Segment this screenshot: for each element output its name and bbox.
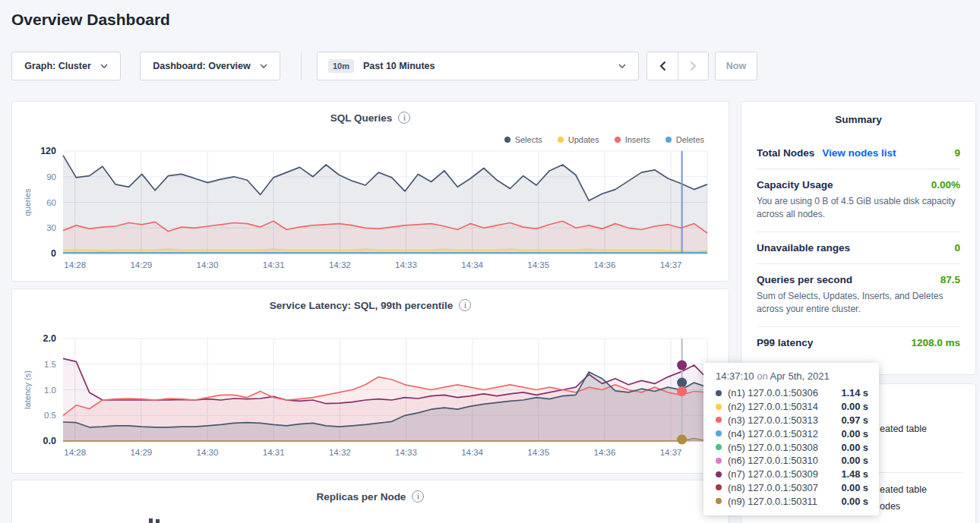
node-latency-value: 0.00 s: [841, 442, 868, 453]
node-latency-value: 0.00 s: [841, 482, 868, 493]
svg-text:14:35: 14:35: [527, 448, 549, 457]
service-latency-chart[interactable]: 0.00.51.01.52.014:2814:2914:3014:3114:32…: [12, 289, 730, 474]
tooltip-timestamp: 14:37:10 on Apr 5th, 2021: [716, 370, 868, 382]
graph-dropdown[interactable]: Graph: Cluster: [11, 52, 121, 80]
node-series-dot: [716, 430, 722, 436]
summary-title: Summary: [741, 114, 975, 125]
chevron-right-icon: [690, 61, 697, 71]
node-address: (n5) 127.0.0.1:50308: [728, 442, 818, 453]
tooltip-node-row: (n4) 127.0.0.1:503120.00 s: [716, 427, 868, 440]
summary-stat-row: Capacity Usage0.00%You are using 0 B of …: [757, 169, 960, 232]
stat-value: 0: [954, 242, 960, 254]
svg-text:14:31: 14:31: [263, 448, 285, 457]
summary-stat-row: Queries per second87.5Sum of Selects, Up…: [757, 263, 960, 326]
svg-text:14:31: 14:31: [263, 260, 285, 269]
tooltip-node-row: (n2) 127.0.0.1:503140.00 s: [716, 400, 868, 414]
svg-text:14:29: 14:29: [130, 260, 152, 269]
info-icon[interactable]: i: [412, 490, 424, 503]
tooltip-node-row: (n1) 127.0.0.1:503061.14 s: [716, 386, 868, 400]
svg-text:0: 0: [51, 248, 56, 259]
node-address: (n1) 127.0.0.1:50306: [728, 387, 818, 399]
replicas-per-node-title: Replicas per Node i: [12, 490, 729, 503]
sql-queries-chart[interactable]: 030609012014:2814:2914:3014:3114:3214:33…: [12, 102, 730, 282]
node-address: (n6) 127.0.0.1:50310: [728, 455, 818, 466]
tooltip-node-row: (n3) 127.0.0.1:503130.97 s: [716, 414, 868, 427]
node-series-dot: [716, 498, 722, 504]
time-range-dropdown[interactable]: 10m Past 10 Minutes: [317, 52, 639, 80]
toolbar-divider: [301, 52, 302, 80]
tooltip-node-row: (n5) 127.0.0.1:503080.00 s: [716, 440, 868, 454]
svg-text:14:34: 14:34: [461, 448, 483, 457]
svg-text:14:32: 14:32: [329, 448, 351, 457]
now-button[interactable]: Now: [715, 52, 757, 80]
svg-text:queries: queries: [23, 188, 32, 216]
node-series-dot: [716, 458, 722, 464]
stat-description: You are using 0 B of 4.5 GiB usable disk…: [757, 195, 960, 222]
time-range-label: Past 10 Minutes: [363, 61, 435, 71]
node-series-dot: [716, 484, 722, 490]
page-title: Overview Dashboard: [11, 11, 170, 29]
node-series-dot: [716, 390, 722, 396]
node-address: (n8) 127.0.0.1:50307: [728, 482, 818, 493]
chevron-down-icon: [100, 64, 108, 68]
node-address: (n9) 127.0.0.1:50311: [728, 496, 817, 507]
node-latency-value: 0.97 s: [841, 414, 868, 426]
time-next-button[interactable]: [678, 52, 708, 80]
svg-text:14:37: 14:37: [660, 260, 682, 269]
node-latency-value: 1.14 s: [841, 387, 868, 399]
svg-text:14:28: 14:28: [64, 448, 86, 457]
svg-text:14:33: 14:33: [395, 448, 417, 457]
svg-text:14:30: 14:30: [197, 260, 219, 269]
tooltip-node-row: (n7) 127.0.0.1:503091.48 s: [716, 468, 868, 481]
summary-stat-row: Total NodesView nodes list9: [757, 137, 960, 169]
node-latency-value: 1.48 s: [841, 468, 868, 480]
stat-value: 9: [954, 147, 960, 159]
svg-text:14:36: 14:36: [594, 260, 616, 269]
tooltip-rows: (n1) 127.0.0.1:503061.14 s(n2) 127.0.0.1…: [716, 386, 868, 508]
node-address: (n3) 127.0.0.1:50313: [728, 414, 818, 426]
svg-text:14:35: 14:35: [527, 260, 549, 269]
view-nodes-list-link[interactable]: View nodes list: [822, 147, 896, 159]
summary-stat-row: P99 latency1208.0 ms: [757, 326, 960, 358]
svg-text:120: 120: [40, 146, 56, 156]
chevron-down-icon: [260, 64, 267, 68]
node-latency-value: 0.00 s: [841, 428, 868, 440]
summary-rows: Total NodesView nodes list9Capacity Usag…: [757, 137, 960, 358]
node-latency-value: 0.00 s: [841, 401, 868, 412]
svg-text:14:34: 14:34: [461, 260, 483, 269]
time-prev-button[interactable]: [647, 52, 678, 80]
service-latency-card: Service Latency: SQL, 99th percentile i …: [11, 288, 729, 474]
svg-text:1.5: 1.5: [44, 360, 56, 369]
stat-value: 0.00%: [931, 179, 960, 191]
svg-text:1.0: 1.0: [44, 386, 56, 395]
summary-panel: Summary Total NodesView nodes list9Capac…: [741, 101, 976, 375]
svg-text:14:32: 14:32: [329, 260, 351, 269]
event-fragment: eated table: [880, 484, 927, 495]
stat-label: Capacity Usage: [757, 179, 833, 191]
tooltip-node-row: (n6) 127.0.0.1:503100.00 s: [716, 454, 868, 468]
node-series-dot: [716, 444, 722, 450]
svg-text:14:37: 14:37: [660, 448, 682, 457]
svg-text:60: 60: [46, 198, 56, 207]
tooltip-node-row: (n9) 127.0.0.1:503110.00 s: [716, 494, 868, 508]
dashboard-dropdown[interactable]: Dashboard: Overview: [140, 52, 280, 80]
svg-text:14:36: 14:36: [594, 448, 616, 457]
svg-text:14:28: 14:28: [64, 260, 86, 269]
time-range-badge: 10m: [328, 59, 354, 73]
node-series-dot: [716, 417, 722, 423]
event-fragment: odes: [880, 501, 900, 512]
svg-text:14:29: 14:29: [130, 448, 152, 457]
svg-text:0.5: 0.5: [44, 411, 56, 420]
replicas-per-node-card: Replicas per Node i: [11, 480, 729, 523]
clipped-chart-label: [149, 518, 153, 523]
chart-hover-tooltip: 14:37:10 on Apr 5th, 2021 (n1) 127.0.0.1…: [703, 363, 879, 515]
tooltip-node-row: (n8) 127.0.0.1:503070.00 s: [716, 481, 868, 495]
dashboard-dropdown-label: Dashboard: Overview: [153, 61, 251, 71]
svg-text:30: 30: [46, 223, 56, 232]
sql-queries-card: SQL Queries i SelectsUpdatesInsertsDelet…: [11, 101, 729, 282]
node-address: (n2) 127.0.0.1:50314: [728, 401, 818, 412]
node-series-dot: [716, 471, 722, 477]
svg-text:14:33: 14:33: [395, 260, 417, 269]
dashboard-toolbar: Graph: Cluster Dashboard: Overview 10m P…: [0, 52, 980, 80]
stat-value: 87.5: [940, 274, 960, 285]
